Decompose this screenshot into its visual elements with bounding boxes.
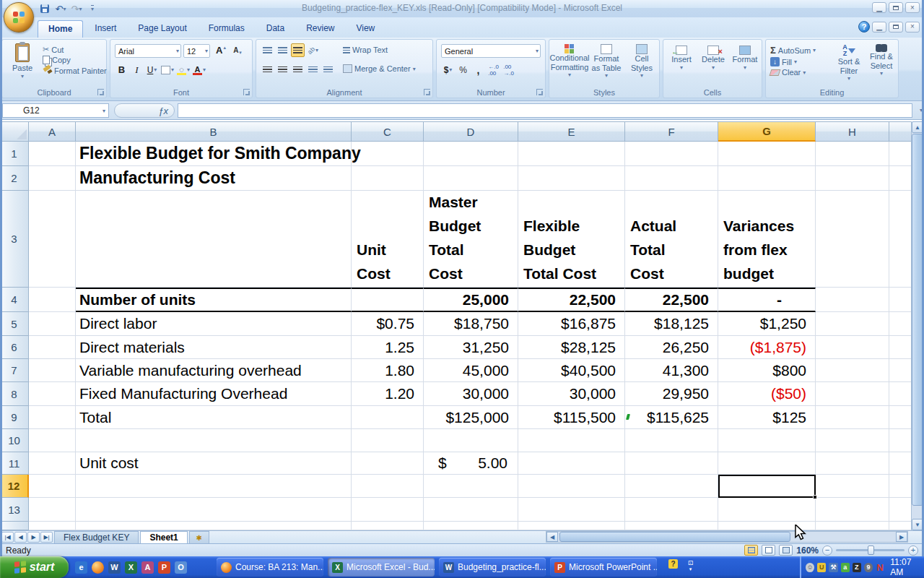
tray-icon-shield[interactable]: U: [817, 563, 826, 572]
clipboard-dialog-launcher[interactable]: [97, 89, 104, 95]
conditional-formatting-button[interactable]: Conditional Formatting▾: [552, 44, 588, 78]
cell-E[interactable]: [518, 522, 625, 530]
align-center-button[interactable]: [276, 63, 289, 77]
align-bottom-button[interactable]: [291, 43, 305, 57]
cell-B9[interactable]: Total: [76, 406, 352, 429]
last-sheet-button[interactable]: ▶|: [40, 532, 53, 543]
cell-D[interactable]: [424, 522, 518, 530]
decrease-decimal-button[interactable]: .00→.0: [502, 63, 515, 77]
cell-G7[interactable]: $800: [718, 359, 816, 382]
tab-view[interactable]: View: [346, 20, 385, 38]
cell-E5[interactable]: $16,875: [518, 312, 625, 336]
font-size-combo[interactable]: 12▾: [183, 44, 210, 58]
cell-C2[interactable]: [352, 166, 424, 191]
tray-icon-tools[interactable]: ⚒: [829, 563, 837, 572]
number-dialog-launcher[interactable]: [536, 89, 543, 95]
format-cells-button[interactable]: Format▾: [730, 46, 760, 71]
row-header-7[interactable]: 7: [0, 359, 29, 382]
name-box[interactable]: G12▾: [2, 103, 109, 118]
sheet-tab-sheet1[interactable]: Sheet1: [140, 531, 187, 543]
tab-review[interactable]: Review: [296, 20, 344, 38]
cell-D8[interactable]: 30,000: [424, 382, 518, 406]
customize-qat-button[interactable]: ▾: [85, 2, 100, 15]
tab-data[interactable]: Data: [256, 20, 295, 38]
cell-F7[interactable]: 41,300: [625, 359, 718, 382]
restore-button[interactable]: [889, 2, 903, 13]
sheet-tab-flex-budget-key[interactable]: Flex Budget KEY: [54, 531, 139, 543]
internet-explorer-icon[interactable]: e: [75, 561, 87, 574]
cell-D9[interactable]: $125,000: [424, 406, 518, 429]
italic-button[interactable]: I: [130, 63, 144, 77]
cell-G4[interactable]: -: [718, 288, 816, 312]
cell-G10[interactable]: [718, 429, 816, 452]
cell-A3[interactable]: [29, 191, 76, 288]
cell-A2[interactable]: [29, 166, 76, 191]
page-layout-view-button[interactable]: [762, 545, 775, 556]
cell-B8[interactable]: Fixed Manufacturing Overhead: [76, 382, 352, 406]
align-right-button[interactable]: [291, 63, 305, 77]
cell-H1[interactable]: [816, 142, 889, 166]
alignment-dialog-launcher[interactable]: [424, 89, 430, 95]
cell-D7[interactable]: 45,000: [424, 359, 518, 382]
row-header-2[interactable]: 2: [0, 166, 29, 191]
orientation-button[interactable]: ab▾: [306, 43, 320, 57]
cell-G13[interactable]: [718, 498, 816, 522]
cell-F8[interactable]: 29,950: [625, 382, 718, 406]
cell-H5[interactable]: [816, 312, 889, 336]
cell-D4[interactable]: 25,000: [424, 288, 518, 312]
cell-E7[interactable]: $40,500: [518, 359, 625, 382]
insert-function-button[interactable]: ƒx: [114, 103, 175, 118]
cell-D1[interactable]: [424, 142, 518, 166]
cell-D13[interactable]: [424, 498, 518, 522]
prev-sheet-button[interactable]: ◀: [14, 532, 27, 543]
format-painter-button[interactable]: Format Painter: [41, 65, 108, 76]
formula-input[interactable]: [178, 103, 912, 118]
minimize-button[interactable]: ▁: [872, 2, 886, 13]
cell-B12[interactable]: [76, 475, 352, 498]
tray-icon-green[interactable]: a: [841, 563, 850, 572]
cell-H9[interactable]: [816, 406, 889, 429]
tab-insert[interactable]: Insert: [84, 20, 126, 38]
vertical-scrollbar[interactable]: ▲ ▼: [911, 121, 923, 530]
cell-E1[interactable]: [518, 142, 625, 166]
cell-E13[interactable]: [518, 498, 625, 522]
comma-style-button[interactable]: ,: [471, 63, 485, 77]
fill-button[interactable]: ↓Fill▾: [769, 56, 817, 67]
cell-F10[interactable]: [625, 429, 718, 452]
cell-B[interactable]: [76, 522, 352, 530]
cell-D2[interactable]: [424, 166, 518, 191]
horizontal-scroll-thumb[interactable]: [559, 532, 790, 542]
format-as-table-button[interactable]: Format as Table▾: [589, 44, 624, 79]
autosum-button[interactable]: ΣAutoSum▾: [769, 44, 817, 56]
tab-formulas[interactable]: Formulas: [199, 20, 255, 38]
cell-C12[interactable]: [352, 475, 424, 498]
cell-C11[interactable]: [352, 452, 424, 475]
row-header-9[interactable]: 9: [0, 406, 29, 429]
cell-B11[interactable]: Unit cost: [76, 452, 352, 475]
cell-E2[interactable]: [518, 166, 625, 191]
row-header-13[interactable]: 13: [0, 498, 29, 522]
column-header-C[interactable]: C: [352, 121, 424, 142]
next-sheet-button[interactable]: ▶: [27, 532, 40, 543]
taskbar-button-word-doc[interactable]: W Budgeting_practice-fl...: [439, 558, 546, 577]
cell-C10[interactable]: [352, 429, 424, 452]
zoom-slider-thumb[interactable]: [868, 545, 874, 555]
cut-button[interactable]: ✂Cut: [41, 44, 108, 55]
cell-B2[interactable]: Manufacturing Cost: [76, 166, 352, 191]
excel-icon[interactable]: X: [125, 561, 137, 574]
cell-A9[interactable]: [29, 406, 76, 429]
firefox-icon[interactable]: [92, 561, 104, 574]
cell-F4[interactable]: 22,500: [625, 288, 718, 312]
cell-C[interactable]: [352, 522, 424, 530]
cell-A12[interactable]: [29, 475, 76, 498]
cell-F12[interactable]: [625, 475, 718, 498]
cell-C5[interactable]: $0.75: [352, 312, 424, 336]
cell-B4[interactable]: Number of units: [76, 288, 352, 312]
cell-C7[interactable]: 1.80: [352, 359, 424, 382]
taskbar-button-firefox-course[interactable]: Course: BA 213: Man...: [217, 558, 323, 577]
percent-style-button[interactable]: %: [456, 63, 470, 77]
redo-button[interactable]: ↷▾: [69, 2, 84, 15]
row-header-1[interactable]: 1: [0, 142, 29, 166]
cell-B3[interactable]: [76, 191, 352, 288]
cell-F6[interactable]: 26,250: [625, 336, 718, 359]
